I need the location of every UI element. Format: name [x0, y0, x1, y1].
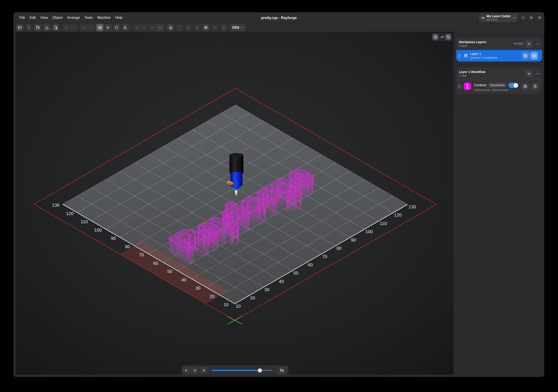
svg-text:50: 50	[293, 270, 298, 275]
svg-text:20: 20	[209, 294, 215, 299]
svg-text:10: 10	[236, 304, 241, 309]
svg-text:120: 120	[394, 212, 401, 218]
svg-text:60: 60	[308, 262, 313, 267]
svg-text:20: 20	[250, 295, 255, 300]
svg-text:100: 100	[94, 227, 102, 233]
svg-text:130: 130	[409, 204, 416, 209]
svg-text:110: 110	[380, 221, 387, 226]
svg-text:60: 60	[153, 261, 158, 266]
svg-text:30: 30	[264, 287, 270, 292]
svg-text:50: 50	[167, 269, 172, 274]
svg-text:90: 90	[351, 237, 356, 243]
svg-text:80: 80	[125, 244, 130, 249]
svg-text:80: 80	[337, 245, 342, 251]
svg-text:90: 90	[111, 235, 116, 241]
svg-text:110: 110	[80, 219, 88, 224]
svg-text:100: 100	[365, 229, 373, 234]
svg-text:40: 40	[181, 277, 186, 282]
svg-text:30: 30	[195, 285, 201, 290]
svg-text:130: 130	[52, 202, 60, 208]
svg-text:40: 40	[279, 279, 284, 284]
svg-text:120: 120	[66, 211, 74, 216]
svg-text:70: 70	[322, 254, 327, 259]
svg-text:10: 10	[223, 302, 228, 307]
svg-text:70: 70	[139, 252, 144, 257]
